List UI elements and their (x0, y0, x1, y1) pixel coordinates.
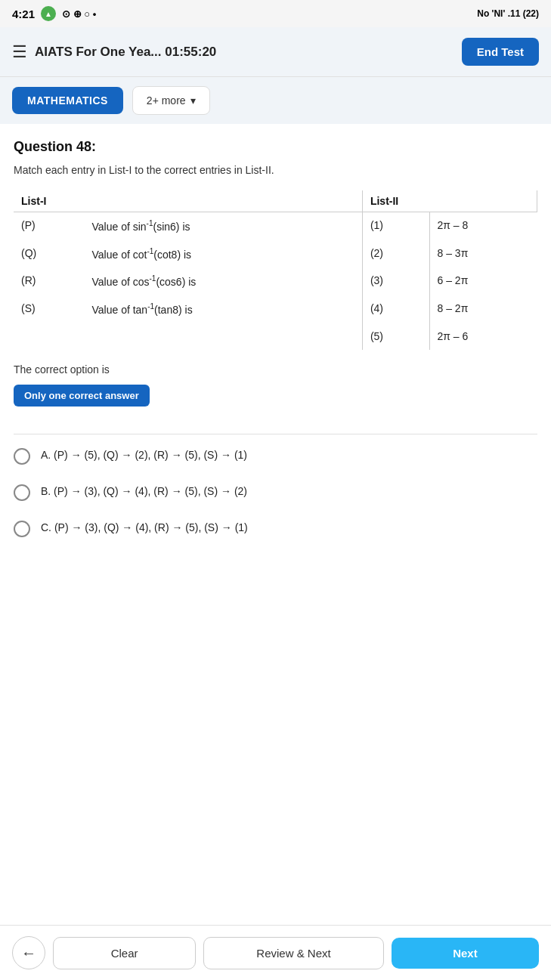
row-r-listI: Value of cos-1(cos6) is (84, 267, 362, 295)
screen: ☰ AIATS For One Yea... 01:55:20 End Test… (0, 27, 551, 980)
question-description: Match each entry in List-I to the correc… (14, 162, 537, 178)
match-table: List-I List-II (P) Value of sin-1(sin6) … (14, 190, 537, 350)
list-ii-header: List-II (362, 190, 537, 212)
table-row: (Q) Value of cot-1(cot8) is (2) 8 – 3π (14, 240, 537, 268)
correct-option-text: The correct option is (14, 363, 537, 376)
status-icons: ⊙ ⊕ ○ • (62, 8, 96, 20)
row-3-num: (3) (362, 267, 429, 295)
clear-button[interactable]: Clear (53, 937, 196, 969)
row-q-listI: Value of cot-1(cot8) is (84, 240, 362, 268)
table-row: (P) Value of sin-1(sin6) is (1) 2π – 8 (14, 212, 537, 240)
row-5-listII: 2π – 6 (429, 323, 537, 350)
status-bar: 4:21 ▲ ⊙ ⊕ ○ • No 'NI' .11 (22) (0, 0, 551, 27)
option-b[interactable]: B. (P) → (3), (Q) → (4), (R) → (5), (S) … (14, 483, 537, 501)
row-empty-id (14, 323, 84, 350)
more-tab[interactable]: 2+ more ▾ (132, 86, 210, 115)
mathematics-tab[interactable]: MATHEMATICS (12, 87, 123, 114)
review-next-button[interactable]: Review & Next (203, 937, 384, 969)
next-button[interactable]: Next (392, 938, 539, 969)
table-row: (S) Value of tan-1(tan8) is (4) 8 – 2π (14, 295, 537, 323)
row-1-num: (1) (362, 212, 429, 240)
divider (14, 434, 537, 434)
option-c[interactable]: C. (P) → (3), (Q) → (4), (R) → (5), (S) … (14, 519, 537, 537)
row-s-listI: Value of tan-1(tan8) is (84, 295, 362, 323)
status-icon: ▲ (41, 6, 56, 21)
radio-b[interactable] (14, 484, 30, 501)
list-i-header: List-I (14, 190, 362, 212)
end-test-button[interactable]: End Test (462, 38, 539, 66)
header: ☰ AIATS For One Yea... 01:55:20 End Test (0, 27, 551, 77)
row-4-num: (4) (362, 295, 429, 323)
status-right: No 'NI' .11 (22) (477, 8, 539, 19)
row-empty-listI (84, 323, 362, 350)
option-a-text: A. (P) → (5), (Q) → (2), (R) → (5), (S) … (41, 447, 247, 463)
header-title: AIATS For One Yea... 01:55:20 (35, 45, 216, 60)
bottom-bar: ← Clear Review & Next Next (0, 925, 551, 980)
row-2-listII: 8 – 3π (429, 240, 537, 268)
back-button[interactable]: ← (12, 936, 45, 969)
row-s-id: (S) (14, 295, 84, 323)
row-p-listI: Value of sin-1(sin6) is (84, 212, 362, 240)
row-4-listII: 8 – 2π (429, 295, 537, 323)
row-2-num: (2) (362, 240, 429, 268)
radio-c[interactable] (14, 521, 30, 537)
row-5-num: (5) (362, 323, 429, 350)
status-left: 4:21 ▲ ⊙ ⊕ ○ • (12, 6, 96, 21)
more-tab-label: 2+ more (147, 94, 186, 107)
row-1-listII: 2π – 8 (429, 212, 537, 240)
chevron-down-icon: ▾ (190, 94, 196, 107)
phone-container: 4:21 ▲ ⊙ ⊕ ○ • No 'NI' .11 (22) ☰ AIATS … (0, 0, 551, 980)
question-number: Question 48: (14, 139, 537, 155)
menu-icon[interactable]: ☰ (12, 42, 27, 62)
option-a[interactable]: A. (P) → (5), (Q) → (2), (R) → (5), (S) … (14, 447, 537, 465)
row-q-id: (Q) (14, 240, 84, 268)
table-row: (5) 2π – 6 (14, 323, 537, 350)
main-content: Question 48: Match each entry in List-I … (0, 124, 551, 925)
option-b-text: B. (P) → (3), (Q) → (4), (R) → (5), (S) … (41, 483, 247, 499)
row-r-id: (R) (14, 267, 84, 295)
table-row: (R) Value of cos-1(cos6) is (3) 6 – 2π (14, 267, 537, 295)
status-time: 4:21 (12, 8, 35, 20)
option-c-text: C. (P) → (3), (Q) → (4), (R) → (5), (S) … (41, 519, 248, 536)
radio-a[interactable] (14, 448, 30, 465)
row-3-listII: 6 – 2π (429, 267, 537, 295)
row-p-id: (P) (14, 212, 84, 240)
answer-type-badge: Only one correct answer (14, 385, 150, 407)
subject-bar: MATHEMATICS 2+ more ▾ (0, 77, 551, 124)
header-left: ☰ AIATS For One Yea... 01:55:20 (12, 42, 216, 62)
